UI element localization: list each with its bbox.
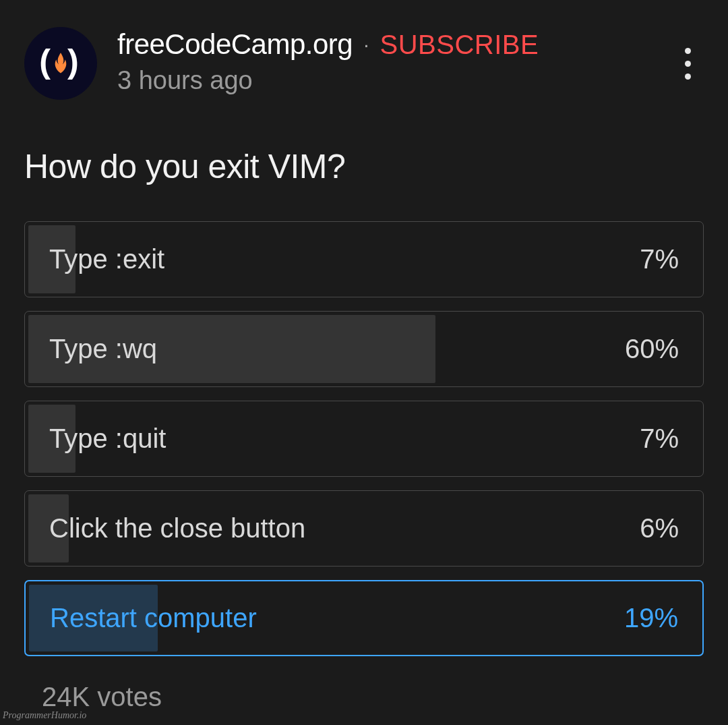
separator-dot: · [363, 34, 369, 55]
post-header: ( ) freeCodeCamp.org · SUBSCRIBE 3 hours… [24, 27, 704, 100]
poll-option[interactable]: Click the close button 6% [24, 490, 704, 567]
post-timestamp: 3 hours ago [117, 66, 539, 95]
channel-name[interactable]: freeCodeCamp.org [117, 28, 353, 61]
poll-option-pct: 7% [640, 244, 679, 274]
watermark: ProgrammerHumor.io [3, 710, 86, 721]
poll-option[interactable]: Type :wq 60% [24, 311, 704, 387]
svg-text:): ) [67, 42, 79, 80]
poll-option-pct: 6% [640, 513, 679, 544]
poll-option-label: Restart computer [50, 603, 257, 633]
poll-option-pct: 7% [640, 424, 679, 454]
poll-question: How do you exit VIM? [24, 147, 704, 186]
poll-option-label: Type :wq [49, 334, 157, 364]
poll-option-pct: 60% [625, 334, 679, 364]
poll-option-label: Type :quit [49, 424, 166, 454]
more-menu-icon[interactable] [671, 43, 704, 84]
poll-option[interactable]: Type :exit 7% [24, 221, 704, 297]
flame-logo-icon: ( ) [36, 39, 85, 88]
poll-option-selected[interactable]: Restart computer 19% [24, 580, 704, 656]
poll-votes: 24K votes [42, 682, 704, 712]
poll-options: Type :exit 7% Type :wq 60% Type :quit 7%… [24, 221, 704, 656]
poll-option-label: Type :exit [49, 244, 164, 274]
poll-option-label: Click the close button [49, 513, 305, 544]
poll-option-pct: 19% [624, 603, 678, 633]
subscribe-button[interactable]: SUBSCRIBE [380, 30, 539, 60]
poll-option[interactable]: Type :quit 7% [24, 401, 704, 477]
channel-avatar[interactable]: ( ) [24, 27, 97, 100]
svg-text:(: ( [39, 42, 51, 80]
